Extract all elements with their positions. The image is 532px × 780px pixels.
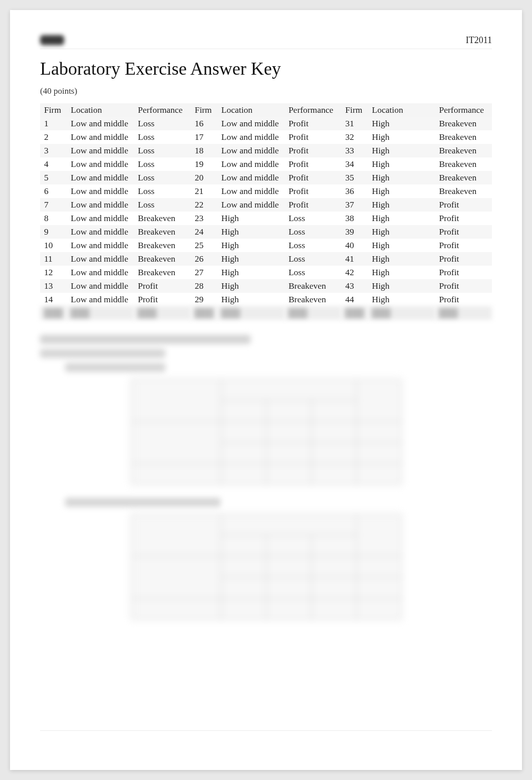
cell-location: High [368,279,435,293]
col-header-firm-1: Firm [40,103,67,117]
cell-location: Low and middle [67,252,134,266]
course-code: IT2011 [466,35,492,46]
cell-location: Low and middle [67,239,134,252]
document-page: IT2011 Laboratory Exercise Answer Key (4… [10,10,522,770]
table-row: 3Low and middleLoss18Low and middleProfi… [40,144,492,157]
cell-firm: 26 [191,252,217,266]
cell-firm: 32 [341,130,368,144]
cell-location: Low and middle [217,184,285,198]
cell-location: Low and middle [217,157,285,171]
cell-location: High [368,117,435,130]
cell-firm: 35 [341,171,368,184]
cell-location: High [217,225,285,239]
cell-location: Low and middle [67,157,134,171]
cell-performance: Loss [285,266,341,279]
cell-performance: Loss [134,184,190,198]
cell-location: High [368,198,435,212]
cell-firm: 6 [40,184,67,198]
cell-redacted: ███ [217,306,285,320]
cell-firm: 10 [40,239,67,252]
cell-performance: Profit [435,266,492,279]
cell-performance: Profit [285,171,341,184]
cell-redacted: ███ [134,306,190,320]
cell-location: Low and middle [217,198,285,212]
cell-redacted: ███ [191,306,217,320]
cell-performance: Profit [285,117,341,130]
points-label: (40 points) [40,86,492,96]
col-header-firm-2: Firm [191,103,217,117]
cell-firm: 43 [341,279,368,293]
cell-firm: 3 [40,144,67,157]
redacted-content [40,335,492,620]
firm-data-table: Firm Location Performance Firm Location … [40,103,492,320]
cell-performance: Loss [134,117,190,130]
cell-firm: 4 [40,157,67,171]
cell-location: High [368,225,435,239]
cell-location: Low and middle [67,212,134,225]
cell-firm: 24 [191,225,217,239]
cell-location: Low and middle [67,144,134,157]
cell-performance: Loss [285,225,341,239]
col-header-performance-1: Performance [134,103,190,117]
cell-firm: 39 [341,225,368,239]
page-title: Laboratory Exercise Answer Key [40,58,492,79]
cell-performance: Breakeven [134,252,190,266]
table-row: 13Low and middleProfit28HighBreakeven43H… [40,279,492,293]
cell-location: High [217,212,285,225]
cell-firm: 33 [341,144,368,157]
cell-performance: Breakeven [134,225,190,239]
cell-firm: 27 [191,266,217,279]
cell-location: Low and middle [67,184,134,198]
cell-firm: 14 [40,293,67,306]
table-row: 6Low and middleLoss21Low and middleProfi… [40,184,492,198]
cell-location: Low and middle [67,225,134,239]
cell-performance: Profit [285,130,341,144]
redacted-heading [40,335,250,344]
cell-location: Low and middle [217,171,285,184]
cell-location: Low and middle [217,144,285,157]
col-header-location-3: Location [368,103,435,117]
table-row: 12Low and middleBreakeven27HighLoss42Hig… [40,266,492,279]
cell-firm: 38 [341,212,368,225]
cell-location: Low and middle [67,117,134,130]
cell-redacted: ███ [435,306,492,320]
cell-performance: Breakeven [285,279,341,293]
cell-performance: Breakeven [435,171,492,184]
cell-firm: 40 [341,239,368,252]
table-row: 14Low and middleProfit29HighBreakeven44H… [40,293,492,306]
cell-firm: 12 [40,266,67,279]
cell-performance: Profit [134,279,190,293]
cell-firm: 5 [40,171,67,184]
logo-redacted [40,35,64,45]
cell-location: Low and middle [67,266,134,279]
cell-firm: 2 [40,130,67,144]
cell-redacted: ███ [285,306,341,320]
cell-performance: Profit [285,184,341,198]
cell-firm: 9 [40,225,67,239]
cell-redacted: ███ [368,306,435,320]
cell-performance: Breakeven [435,184,492,198]
cell-performance: Profit [134,293,190,306]
cell-performance: Profit [285,157,341,171]
col-header-location-1: Location [67,103,134,117]
cell-redacted: ███ [40,306,67,320]
table-row: 10Low and middleBreakeven25HighLoss40Hig… [40,239,492,252]
cell-location: High [217,239,285,252]
cell-location: Low and middle [67,171,134,184]
cell-location: Low and middle [67,198,134,212]
cell-firm: 44 [341,293,368,306]
cell-firm: 42 [341,266,368,279]
cell-firm: 11 [40,252,67,266]
cell-performance: Breakeven [285,293,341,306]
cell-firm: 41 [341,252,368,266]
cell-location: High [368,212,435,225]
table-row: 8Low and middleBreakeven23HighLoss38High… [40,212,492,225]
cell-firm: 22 [191,198,217,212]
cell-performance: Loss [134,157,190,171]
cell-location: High [217,279,285,293]
cell-performance: Breakeven [435,117,492,130]
header-divider [40,49,492,49]
table-row: 4Low and middleLoss19Low and middleProfi… [40,157,492,171]
cell-performance: Loss [285,212,341,225]
redacted-label-2 [65,498,220,507]
